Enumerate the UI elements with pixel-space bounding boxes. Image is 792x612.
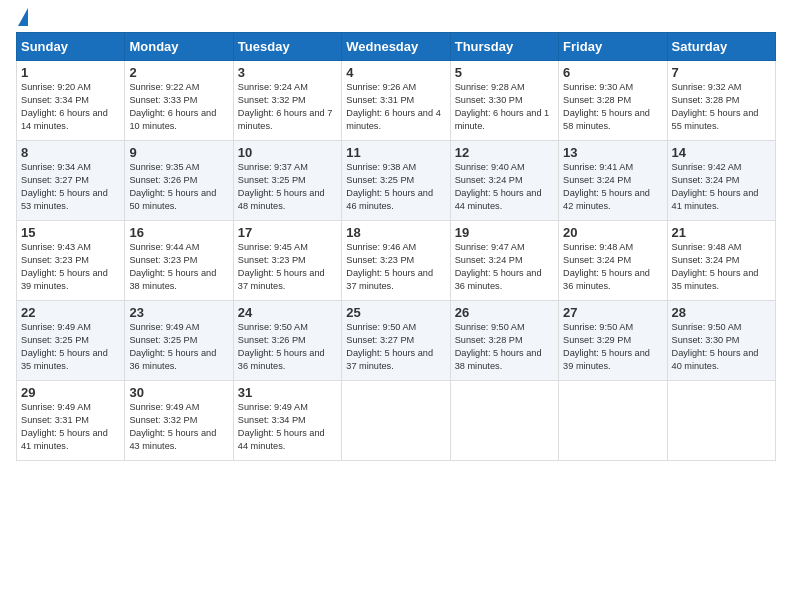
day-info: Sunrise: 9:20 AMSunset: 3:34 PMDaylight:… [21,82,108,131]
day-info: Sunrise: 9:47 AMSunset: 3:24 PMDaylight:… [455,242,542,291]
day-cell: 26Sunrise: 9:50 AMSunset: 3:28 PMDayligh… [450,301,558,381]
day-info: Sunrise: 9:49 AMSunset: 3:25 PMDaylight:… [21,322,108,371]
day-number: 1 [21,65,120,80]
header-row: SundayMondayTuesdayWednesdayThursdayFrid… [17,33,776,61]
week-row-1: 1Sunrise: 9:20 AMSunset: 3:34 PMDaylight… [17,61,776,141]
day-info: Sunrise: 9:50 AMSunset: 3:28 PMDaylight:… [455,322,542,371]
header-day-monday: Monday [125,33,233,61]
page-container: SundayMondayTuesdayWednesdayThursdayFrid… [0,0,792,471]
header-day-saturday: Saturday [667,33,775,61]
day-number: 8 [21,145,120,160]
day-info: Sunrise: 9:49 AMSunset: 3:32 PMDaylight:… [129,402,216,451]
day-cell [450,381,558,461]
day-cell [342,381,450,461]
day-cell: 9Sunrise: 9:35 AMSunset: 3:26 PMDaylight… [125,141,233,221]
header-day-friday: Friday [559,33,667,61]
day-number: 14 [672,145,771,160]
day-number: 28 [672,305,771,320]
day-number: 11 [346,145,445,160]
day-cell: 14Sunrise: 9:42 AMSunset: 3:24 PMDayligh… [667,141,775,221]
day-number: 23 [129,305,228,320]
day-info: Sunrise: 9:48 AMSunset: 3:24 PMDaylight:… [672,242,759,291]
day-cell: 17Sunrise: 9:45 AMSunset: 3:23 PMDayligh… [233,221,341,301]
logo-triangle-icon [18,8,28,26]
day-cell: 10Sunrise: 9:37 AMSunset: 3:25 PMDayligh… [233,141,341,221]
day-cell [559,381,667,461]
day-number: 18 [346,225,445,240]
day-cell: 3Sunrise: 9:24 AMSunset: 3:32 PMDaylight… [233,61,341,141]
day-cell: 27Sunrise: 9:50 AMSunset: 3:29 PMDayligh… [559,301,667,381]
day-cell: 21Sunrise: 9:48 AMSunset: 3:24 PMDayligh… [667,221,775,301]
day-info: Sunrise: 9:34 AMSunset: 3:27 PMDaylight:… [21,162,108,211]
day-cell [667,381,775,461]
day-cell: 25Sunrise: 9:50 AMSunset: 3:27 PMDayligh… [342,301,450,381]
day-info: Sunrise: 9:50 AMSunset: 3:30 PMDaylight:… [672,322,759,371]
day-cell: 24Sunrise: 9:50 AMSunset: 3:26 PMDayligh… [233,301,341,381]
day-info: Sunrise: 9:50 AMSunset: 3:29 PMDaylight:… [563,322,650,371]
day-number: 20 [563,225,662,240]
day-cell: 13Sunrise: 9:41 AMSunset: 3:24 PMDayligh… [559,141,667,221]
day-info: Sunrise: 9:22 AMSunset: 3:33 PMDaylight:… [129,82,216,131]
day-number: 3 [238,65,337,80]
day-info: Sunrise: 9:35 AMSunset: 3:26 PMDaylight:… [129,162,216,211]
header-day-thursday: Thursday [450,33,558,61]
day-number: 17 [238,225,337,240]
day-number: 29 [21,385,120,400]
day-cell: 7Sunrise: 9:32 AMSunset: 3:28 PMDaylight… [667,61,775,141]
day-cell: 30Sunrise: 9:49 AMSunset: 3:32 PMDayligh… [125,381,233,461]
day-number: 24 [238,305,337,320]
day-number: 27 [563,305,662,320]
day-info: Sunrise: 9:45 AMSunset: 3:23 PMDaylight:… [238,242,325,291]
day-cell: 20Sunrise: 9:48 AMSunset: 3:24 PMDayligh… [559,221,667,301]
day-cell: 6Sunrise: 9:30 AMSunset: 3:28 PMDaylight… [559,61,667,141]
day-info: Sunrise: 9:26 AMSunset: 3:31 PMDaylight:… [346,82,441,131]
day-cell: 31Sunrise: 9:49 AMSunset: 3:34 PMDayligh… [233,381,341,461]
day-number: 9 [129,145,228,160]
day-number: 21 [672,225,771,240]
day-info: Sunrise: 9:43 AMSunset: 3:23 PMDaylight:… [21,242,108,291]
day-cell: 19Sunrise: 9:47 AMSunset: 3:24 PMDayligh… [450,221,558,301]
day-info: Sunrise: 9:40 AMSunset: 3:24 PMDaylight:… [455,162,542,211]
day-number: 12 [455,145,554,160]
day-number: 19 [455,225,554,240]
day-cell: 16Sunrise: 9:44 AMSunset: 3:23 PMDayligh… [125,221,233,301]
day-number: 22 [21,305,120,320]
day-info: Sunrise: 9:41 AMSunset: 3:24 PMDaylight:… [563,162,650,211]
day-info: Sunrise: 9:32 AMSunset: 3:28 PMDaylight:… [672,82,759,131]
header-day-tuesday: Tuesday [233,33,341,61]
day-number: 5 [455,65,554,80]
day-info: Sunrise: 9:49 AMSunset: 3:31 PMDaylight:… [21,402,108,451]
day-info: Sunrise: 9:24 AMSunset: 3:32 PMDaylight:… [238,82,333,131]
day-cell: 1Sunrise: 9:20 AMSunset: 3:34 PMDaylight… [17,61,125,141]
day-info: Sunrise: 9:38 AMSunset: 3:25 PMDaylight:… [346,162,433,211]
day-number: 15 [21,225,120,240]
day-cell: 28Sunrise: 9:50 AMSunset: 3:30 PMDayligh… [667,301,775,381]
day-number: 25 [346,305,445,320]
day-cell: 4Sunrise: 9:26 AMSunset: 3:31 PMDaylight… [342,61,450,141]
calendar-table: SundayMondayTuesdayWednesdayThursdayFrid… [16,32,776,461]
day-info: Sunrise: 9:44 AMSunset: 3:23 PMDaylight:… [129,242,216,291]
day-info: Sunrise: 9:50 AMSunset: 3:26 PMDaylight:… [238,322,325,371]
day-number: 16 [129,225,228,240]
day-cell: 2Sunrise: 9:22 AMSunset: 3:33 PMDaylight… [125,61,233,141]
day-cell: 8Sunrise: 9:34 AMSunset: 3:27 PMDaylight… [17,141,125,221]
day-cell: 15Sunrise: 9:43 AMSunset: 3:23 PMDayligh… [17,221,125,301]
day-info: Sunrise: 9:50 AMSunset: 3:27 PMDaylight:… [346,322,433,371]
header [16,10,776,26]
day-number: 2 [129,65,228,80]
day-cell: 5Sunrise: 9:28 AMSunset: 3:30 PMDaylight… [450,61,558,141]
week-row-5: 29Sunrise: 9:49 AMSunset: 3:31 PMDayligh… [17,381,776,461]
week-row-2: 8Sunrise: 9:34 AMSunset: 3:27 PMDaylight… [17,141,776,221]
day-info: Sunrise: 9:48 AMSunset: 3:24 PMDaylight:… [563,242,650,291]
day-info: Sunrise: 9:49 AMSunset: 3:34 PMDaylight:… [238,402,325,451]
day-info: Sunrise: 9:37 AMSunset: 3:25 PMDaylight:… [238,162,325,211]
day-number: 31 [238,385,337,400]
day-number: 7 [672,65,771,80]
day-info: Sunrise: 9:28 AMSunset: 3:30 PMDaylight:… [455,82,550,131]
day-cell: 11Sunrise: 9:38 AMSunset: 3:25 PMDayligh… [342,141,450,221]
day-cell: 12Sunrise: 9:40 AMSunset: 3:24 PMDayligh… [450,141,558,221]
day-info: Sunrise: 9:49 AMSunset: 3:25 PMDaylight:… [129,322,216,371]
day-cell: 18Sunrise: 9:46 AMSunset: 3:23 PMDayligh… [342,221,450,301]
day-number: 6 [563,65,662,80]
day-cell: 29Sunrise: 9:49 AMSunset: 3:31 PMDayligh… [17,381,125,461]
